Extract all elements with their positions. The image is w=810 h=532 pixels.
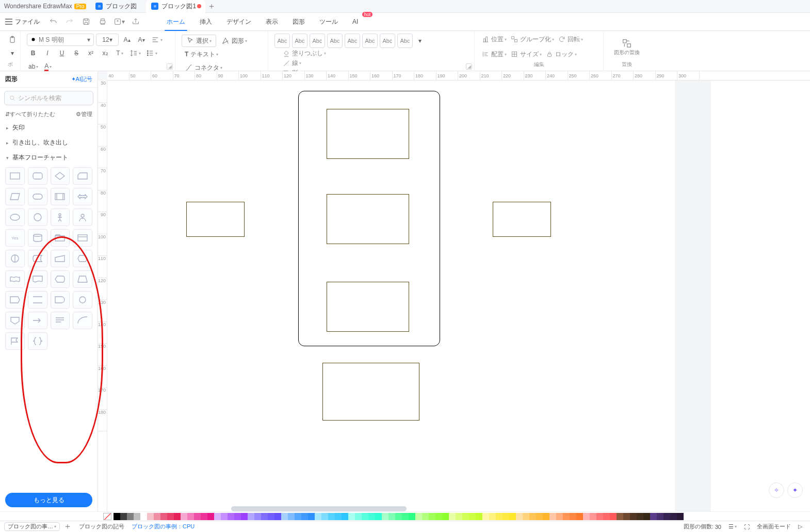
- color-swatch[interactable]: [368, 513, 375, 520]
- color-swatch[interactable]: [214, 513, 221, 520]
- color-swatch[interactable]: [281, 513, 288, 520]
- shape-display[interactable]: [51, 270, 70, 288]
- line-button[interactable]: 線▾: [283, 59, 326, 68]
- shape-tab[interactable]: [51, 229, 70, 247]
- color-swatch[interactable]: [476, 513, 482, 520]
- color-swatch[interactable]: [261, 513, 268, 520]
- font-name-select[interactable]: M S 明朝▾: [27, 34, 94, 46]
- color-swatch[interactable]: [523, 513, 529, 520]
- present-icon[interactable]: ▷: [795, 523, 806, 530]
- color-swatch[interactable]: [529, 513, 536, 520]
- shape-subprocess[interactable]: [51, 188, 70, 205]
- layers-icon[interactable]: ☰▾: [725, 523, 740, 530]
- color-swatch[interactable]: [496, 513, 503, 520]
- grow-font-button[interactable]: A▴: [121, 34, 133, 46]
- shape-flag[interactable]: [5, 332, 25, 350]
- select-tool[interactable]: 選択▾: [182, 35, 216, 47]
- color-swatch[interactable]: [160, 513, 167, 520]
- color-swatch[interactable]: [221, 513, 228, 520]
- color-swatch[interactable]: [114, 513, 120, 520]
- shape-diamond[interactable]: [51, 167, 70, 185]
- color-swatch[interactable]: [201, 513, 207, 520]
- group-button[interactable]: グループ化▾: [511, 35, 554, 44]
- color-swatch[interactable]: [362, 513, 368, 520]
- color-swatch[interactable]: [348, 513, 355, 520]
- style-pick-2[interactable]: Abc: [292, 34, 307, 48]
- color-swatch[interactable]: [596, 513, 603, 520]
- shape-user[interactable]: [73, 208, 92, 226]
- color-swatch[interactable]: [194, 513, 201, 520]
- strike-button[interactable]: S: [70, 47, 83, 59]
- font-size-select[interactable]: 12▾: [96, 34, 119, 46]
- shape-card[interactable]: [73, 167, 92, 185]
- color-swatch[interactable]: [402, 513, 409, 520]
- file-menu[interactable]: ファイル: [0, 18, 45, 26]
- paste-button[interactable]: [6, 34, 19, 46]
- bold-button[interactable]: B: [27, 47, 39, 59]
- category-callouts[interactable]: ▸引き出し、吹き出し: [0, 135, 98, 150]
- color-swatch[interactable]: [630, 513, 637, 520]
- menu-insert[interactable]: 挿入: [192, 13, 219, 31]
- lock-button[interactable]: ロック▾: [546, 50, 577, 59]
- subscript-button[interactable]: x₂: [99, 47, 111, 59]
- color-swatch[interactable]: [154, 513, 160, 520]
- color-swatch[interactable]: [570, 513, 576, 520]
- replace-shape-button[interactable]: 図形の置換: [612, 38, 642, 56]
- block-shape-5[interactable]: [493, 202, 551, 237]
- shape-offpage[interactable]: [5, 312, 25, 329]
- sheet-dropdown[interactable]: ブロック図の事…▾: [4, 522, 60, 531]
- fill-button[interactable]: 塗りつぶし▾: [283, 49, 326, 58]
- color-swatch[interactable]: [482, 513, 489, 520]
- color-swatch[interactable]: [388, 513, 395, 520]
- color-swatch[interactable]: [268, 513, 274, 520]
- style-pick-4[interactable]: Abc: [327, 34, 343, 48]
- italic-button[interactable]: I: [41, 47, 54, 59]
- dialog-launcher[interactable]: ◢: [167, 63, 173, 70]
- color-swatch[interactable]: [536, 513, 543, 520]
- bullets-button[interactable]: ▾: [144, 47, 159, 59]
- export-button[interactable]: ▾: [113, 15, 125, 28]
- shrink-font-button[interactable]: A▾: [135, 34, 148, 46]
- block-shape-1[interactable]: [327, 109, 409, 159]
- color-swatch[interactable]: [342, 513, 348, 520]
- color-swatch[interactable]: [308, 513, 315, 520]
- shape-connector[interactable]: [73, 291, 92, 309]
- horizontal-scrollbar[interactable]: [231, 506, 407, 511]
- fullscreen-button[interactable]: 全画面モード: [753, 522, 795, 531]
- shape-arrow[interactable]: [28, 312, 47, 329]
- shape-rect[interactable]: [5, 167, 25, 185]
- color-swatch[interactable]: [301, 513, 308, 520]
- shape-person[interactable]: [51, 208, 70, 226]
- color-swatch[interactable]: [181, 513, 187, 520]
- menu-ai[interactable]: AIhot: [345, 13, 365, 31]
- underline-button[interactable]: U: [56, 47, 68, 59]
- color-swatch[interactable]: [174, 513, 181, 520]
- color-swatch[interactable]: [415, 513, 422, 520]
- dialog-launcher[interactable]: ◢: [466, 63, 472, 70]
- color-swatch[interactable]: [328, 513, 335, 520]
- color-swatch[interactable]: [335, 513, 342, 520]
- share-button[interactable]: [129, 15, 142, 28]
- color-swatch[interactable]: [516, 513, 523, 520]
- shape-cylinder[interactable]: [28, 229, 47, 247]
- color-swatch[interactable]: [449, 513, 456, 520]
- color-swatch[interactable]: [590, 513, 596, 520]
- color-swatch[interactable]: [274, 513, 281, 520]
- color-swatch[interactable]: [643, 513, 650, 520]
- color-swatch[interactable]: [663, 513, 670, 520]
- symbol-search-input[interactable]: シンボルを検索: [4, 91, 93, 105]
- color-swatch[interactable]: [549, 513, 556, 520]
- sheet-tab-symbols[interactable]: ブロック図の記号: [75, 522, 128, 531]
- style-pick-3[interactable]: Abc: [310, 34, 325, 48]
- color-swatch[interactable]: [120, 513, 127, 520]
- menu-view[interactable]: 表示: [258, 13, 285, 31]
- color-swatch[interactable]: [657, 513, 663, 520]
- color-swatch[interactable]: [637, 513, 643, 520]
- ai-symbol-button[interactable]: ✦ AI記号: [71, 75, 92, 83]
- color-swatch[interactable]: [422, 513, 429, 520]
- color-swatch[interactable]: [442, 513, 449, 520]
- color-swatch[interactable]: [556, 513, 563, 520]
- ai-sparkle-button[interactable]: ✧: [769, 482, 784, 498]
- sheet-tab-cpu[interactable]: ブロック図の事例：CPU: [128, 522, 198, 531]
- shape-wave[interactable]: [5, 270, 25, 288]
